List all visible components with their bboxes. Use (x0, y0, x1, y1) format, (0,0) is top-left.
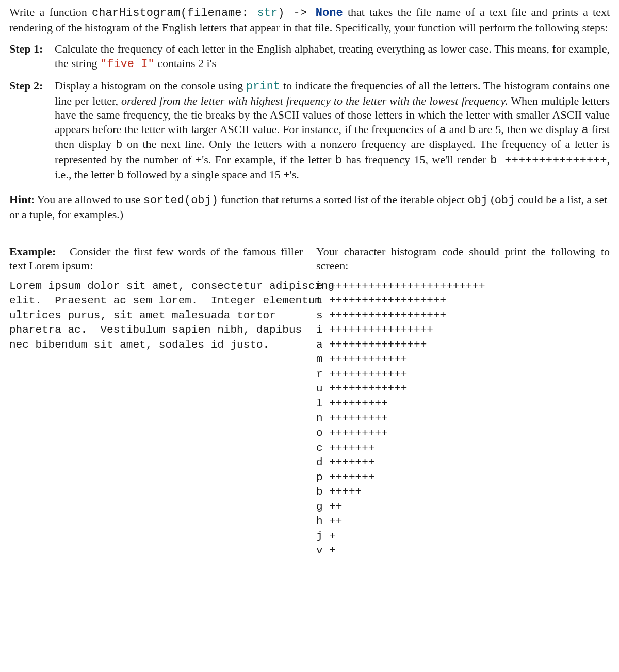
step2-tt-b3: b (335, 154, 342, 167)
step2-print: print (246, 80, 280, 93)
step2-text-e: are 5, then we display (476, 123, 582, 136)
sig-type: str (257, 7, 278, 20)
hint-text-c: ( (488, 193, 495, 206)
sig-arrow: -> (293, 7, 315, 20)
intro-pre: Write a function (9, 6, 92, 19)
example-right-intro: Your character histogram code should pri… (316, 244, 610, 273)
intro-paragraph: Write a function charHistogram(filename:… (9, 5, 610, 35)
step1-body: Calculate the frequency of each letter i… (55, 42, 610, 71)
example-left-col: Example: Consider the first few words of… (9, 244, 303, 559)
example-right-col: Your character histogram code should pri… (316, 244, 610, 559)
step2-tt-b2: b (116, 139, 122, 152)
sig-return: None (316, 7, 343, 20)
hint-sorted: sorted(obj) (143, 194, 218, 207)
step1-code: "five I" (100, 58, 155, 71)
step2-body: Display a histogram on the console using… (55, 78, 610, 183)
sig-paren: ) (278, 7, 293, 20)
step2-tt-b: b (468, 124, 475, 137)
step2-text-a: Display a histogram on the console using (55, 79, 246, 92)
example-right-code: e ++++++++++++++++++++++++ t +++++++++++… (316, 279, 610, 559)
step2-text-h: has frequency 15, we'll render (342, 153, 490, 166)
step2-tt-render: b +++++++++++++++ (490, 154, 607, 167)
step1-text-b: contains 2 i's (155, 57, 216, 70)
step2-tt-b4: b (117, 169, 124, 182)
hint-obj2: obj (495, 194, 515, 207)
step1-row: Step 1: Calculate the frequency of each … (9, 42, 610, 71)
step2-label: Step 2: (9, 78, 55, 183)
step2-row: Step 2: Display a histogram on the conso… (9, 78, 610, 183)
example-left-code: Lorem ipsum dolor sit amet, consectetur … (9, 279, 303, 353)
step2-italic: ordered from the letter with highest fre… (121, 94, 508, 107)
step1-label: Step 1: (9, 42, 55, 71)
hint-text-a: : You are allowed to use (31, 193, 143, 206)
step2-text-d: and (446, 123, 469, 136)
step2-text-j: followed by a single space and 15 +'s. (124, 168, 299, 181)
hint-paragraph: Hint: You are allowed to use sorted(obj)… (9, 192, 610, 222)
hint-text-b: function that returns a sorted list of t… (218, 193, 467, 206)
example-left-intro: Example: Consider the first few words of… (9, 244, 303, 273)
step2-tt-a2: a (581, 124, 588, 137)
example-right-text: Your character histogram code should pri… (316, 245, 610, 272)
hint-obj: obj (467, 194, 488, 207)
hint-label: Hint (9, 193, 31, 206)
sig-name: charHistogram(filename: (92, 7, 257, 20)
example-label: Example: (9, 245, 56, 258)
step2-tt-a: a (439, 124, 446, 137)
example-columns: Example: Consider the first few words of… (9, 244, 610, 559)
